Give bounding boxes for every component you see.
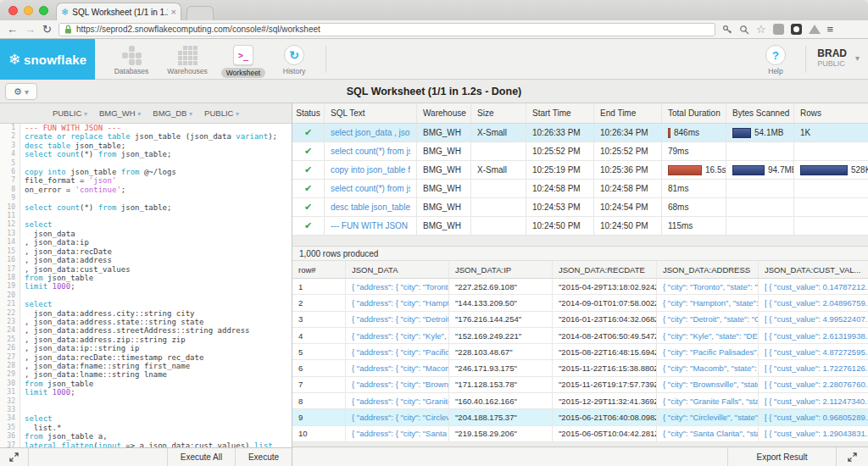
- code-line[interactable]: 2create or replace table json_table (jso…: [0, 132, 292, 141]
- execute-all-button[interactable]: Execute All: [168, 448, 236, 466]
- code-line[interactable]: 6copy into json_table from @~/logs: [0, 168, 292, 176]
- result-cell[interactable]: [ { "cust_value": 4.87272595...: [759, 344, 868, 359]
- code-line[interactable]: 20: [0, 291, 292, 300]
- result-cell[interactable]: { "address": { "city": "Pacific ...: [346, 344, 449, 359]
- drive-extension-icon[interactable]: [809, 25, 821, 34]
- result-cell[interactable]: [ { "cust_value": 2.04896759...: [759, 295, 868, 310]
- address-bar[interactable]: https://seprod2.snowflakecomputing.com/c…: [58, 23, 715, 36]
- result-cell[interactable]: { "address": { "city": "Santa C...: [346, 426, 449, 441]
- code-line[interactable]: 5: [0, 159, 292, 168]
- sql-text-link[interactable]: copy into json_table from...: [331, 165, 410, 175]
- result-cell[interactable]: { "city": "Granite Falls", "state...: [657, 393, 759, 408]
- result-cell[interactable]: { "address": { "city": "Circlevil...: [346, 409, 449, 424]
- col-rows[interactable]: Rows: [794, 103, 868, 123]
- result-cell[interactable]: [ { "cust_value": 1.72276126...: [759, 360, 868, 375]
- nav-worksheet[interactable]: >_ Worksheet: [215, 44, 271, 78]
- code-line[interactable]: 34select: [0, 414, 292, 423]
- result-row[interactable]: 7{ "address": { "city": "Browns..."171.1…: [292, 377, 868, 393]
- result-cell[interactable]: [ { "cust_value": 2.28076760...: [759, 377, 868, 392]
- reload-button-icon[interactable]: ↻: [42, 24, 52, 35]
- code-line[interactable]: 9: [0, 194, 292, 202]
- history-row[interactable]: ✔select count(*) from json...BMG_WH10:25…: [292, 142, 868, 161]
- result-row[interactable]: 4{ "address": { "city": "Kyle", "s..."15…: [292, 328, 868, 344]
- sql-text-link[interactable]: --- FUN WITH JSON --- ...: [331, 221, 410, 230]
- forward-button-icon[interactable]: →: [25, 24, 36, 35]
- new-tab-button[interactable]: [186, 6, 214, 20]
- tab-close-icon[interactable]: ×: [171, 7, 176, 17]
- col-sql-text[interactable]: SQL Text: [325, 103, 417, 123]
- code-line[interactable]: 28, json_data:fname::string first_name: [0, 362, 292, 370]
- code-line[interactable]: 32: [0, 397, 292, 406]
- code-line[interactable]: 14, json_data:ip: [0, 238, 292, 247]
- history-row[interactable]: ✔select json_data , json_d...BMG_WHX-Sma…: [292, 124, 868, 142]
- result-cell[interactable]: { "city": "Toronto", "state": "U...: [657, 279, 759, 294]
- col-json-address[interactable]: JSON_DATA:ADDRESS: [657, 261, 759, 278]
- code-line[interactable]: 1--- FUN WITH JSON ---: [0, 124, 292, 132]
- code-line[interactable]: 29, json_data:lname::string lname: [0, 370, 292, 379]
- code-area[interactable]: 1--- FUN WITH JSON ---2create or replace…: [0, 124, 292, 447]
- sql-text-link[interactable]: select count(*) from json...: [331, 184, 410, 193]
- code-line[interactable]: 15, json_data:recDate: [0, 247, 292, 256]
- result-cell[interactable]: { "city": "Brownsville", "state":...: [657, 377, 759, 392]
- result-cell[interactable]: { "city": "Pacific Palisades", "...: [657, 344, 759, 359]
- result-row[interactable]: 10{ "address": { "city": "Santa C..."219…: [292, 426, 868, 442]
- col-json-recdate[interactable]: JSON_DATA:RECDATE: [553, 261, 657, 278]
- database-select[interactable]: BMG_DB ▾: [153, 108, 192, 118]
- code-line[interactable]: 33: [0, 406, 292, 414]
- bookmark-star-icon[interactable]: ☆: [756, 23, 766, 36]
- col-json-ip[interactable]: JSON_DATA:IP: [449, 261, 553, 278]
- result-row[interactable]: 5{ "address": { "city": "Pacific ..."228…: [292, 344, 868, 360]
- result-cell[interactable]: { "address": { "city": "Detroit",...: [346, 312, 449, 327]
- schema-select[interactable]: PUBLIC ▾: [204, 108, 239, 118]
- result-cell[interactable]: { "address": { "city": "Browns...: [346, 377, 449, 392]
- col-end-time[interactable]: End Time: [594, 103, 662, 123]
- expand-editor-button[interactable]: [0, 448, 29, 466]
- code-line[interactable]: 26, json_data:ip::string ip: [0, 344, 292, 352]
- code-line[interactable]: 21select: [0, 300, 292, 308]
- sql-text-cell[interactable]: select count(*) from json...: [325, 142, 417, 160]
- col-bytes-scanned[interactable]: Bytes Scanned: [726, 103, 794, 123]
- result-row[interactable]: 1{ "address": { "city": "Toronto..."227.…: [292, 279, 868, 295]
- nav-databases[interactable]: Databases: [103, 44, 159, 75]
- col-json-cust-values[interactable]: JSON_DATA:CUST_VAL...: [759, 261, 868, 278]
- history-row[interactable]: ✔select count(*) from json...BMG_WH10:24…: [292, 180, 868, 198]
- result-row[interactable]: 8{ "address": { "city": "Granite ..."160…: [292, 393, 868, 409]
- code-line[interactable]: 18from json_table: [0, 274, 292, 282]
- code-line[interactable]: 25, json_data:address.zip::string zip: [0, 336, 292, 344]
- result-cell[interactable]: { "city": "Detroit", "state": "OH...: [657, 312, 759, 327]
- user-menu[interactable]: BRAD PUBLIC ▾: [817, 47, 860, 68]
- execute-button[interactable]: Execute: [236, 448, 292, 466]
- code-line[interactable]: 17, json_data:cust_values: [0, 265, 292, 274]
- search-icon[interactable]: [739, 25, 749, 35]
- result-cell[interactable]: { "address": { "city": "Toronto...: [346, 279, 449, 294]
- result-cell[interactable]: [ { "cust_value": 2.61319938...: [759, 328, 868, 343]
- result-cell[interactable]: [ { "cust_value": 4.99522407...: [759, 312, 868, 327]
- history-row[interactable]: ✔copy into json_table from...BMG_WHX-Sma…: [292, 161, 868, 180]
- export-result-button[interactable]: Export Result: [727, 447, 836, 466]
- history-row[interactable]: ✔desc table json_table;BMG_WH10:24:53 PM…: [292, 198, 868, 217]
- result-cell[interactable]: { "address": { "city": "Hampto...: [346, 295, 449, 310]
- code-line[interactable]: 7file_format = 'json': [0, 176, 292, 185]
- result-cell[interactable]: [ { "cust_value": 0.96805289...: [759, 409, 868, 424]
- warehouse-select[interactable]: BMG_WH ▾: [99, 108, 141, 118]
- col-start-time[interactable]: Start Time: [526, 103, 594, 123]
- back-button-icon[interactable]: ←: [7, 24, 18, 35]
- code-line[interactable]: 24, json_data:address.streetAddress::str…: [0, 326, 292, 335]
- result-row[interactable]: 6{ "address": { "city": "Macom..."246.17…: [292, 360, 868, 376]
- sql-text-link[interactable]: select count(*) from json...: [331, 147, 410, 156]
- result-cell[interactable]: { "city": "Kyle", "state": "DE", ...: [657, 328, 759, 343]
- result-row[interactable]: 9{ "address": { "city": "Circlevil..."20…: [292, 409, 868, 425]
- browser-tab[interactable]: ❄ SQL Worksheet (1/1 in 1.2s ×: [56, 3, 181, 20]
- code-line[interactable]: 31limit 1000;: [0, 388, 292, 397]
- result-row[interactable]: 2{ "address": { "city": "Hampto..."144.1…: [292, 295, 868, 311]
- nav-history[interactable]: ↻ History: [266, 44, 322, 75]
- result-row[interactable]: 3{ "address": { "city": "Detroit",..."17…: [292, 312, 868, 328]
- result-cell[interactable]: { "address": { "city": "Kyle", "s...: [346, 328, 449, 343]
- code-line[interactable]: 8on_error = 'continue';: [0, 186, 292, 194]
- extension-icon[interactable]: [773, 24, 784, 35]
- col-warehouse[interactable]: Warehouse: [417, 103, 471, 123]
- code-line[interactable]: 12select: [0, 220, 292, 229]
- col-size[interactable]: Size: [471, 103, 526, 123]
- result-cell[interactable]: [ { "cust_value": 1.29043831...: [759, 426, 868, 441]
- code-line[interactable]: 27, json_data:recDate::timestamp rec_dat…: [0, 353, 292, 362]
